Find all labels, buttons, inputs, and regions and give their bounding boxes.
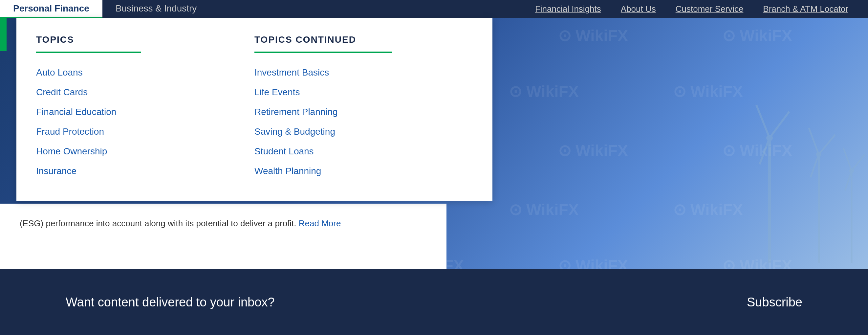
topic-home-ownership[interactable]: Home Ownership bbox=[36, 142, 254, 161]
navbar: Personal Finance Business & Industry Fin… bbox=[0, 0, 868, 18]
topic-fraud-protection[interactable]: Fraud Protection bbox=[36, 122, 254, 142]
article-body-text: (ESG) performance into account along wit… bbox=[20, 218, 297, 228]
svg-line-8 bbox=[819, 135, 835, 154]
financial-insights-link[interactable]: Financial Insights bbox=[535, 4, 601, 14]
topic-financial-education[interactable]: Financial Education bbox=[36, 102, 254, 122]
topic-insurance[interactable]: Insurance bbox=[36, 161, 254, 181]
green-accent bbox=[0, 18, 6, 51]
topic-auto-loans[interactable]: Auto Loans bbox=[36, 63, 254, 83]
footer-banner: Want content delivered to your inbox? Su… bbox=[0, 269, 868, 335]
topic-saving-budgeting[interactable]: Saving & Budgeting bbox=[254, 122, 473, 142]
turbine-illustration bbox=[474, 72, 868, 269]
topics-continued-header: TOPICS CONTINUED bbox=[254, 34, 473, 45]
svg-line-14 bbox=[845, 171, 851, 190]
tab-personal-finance[interactable]: Personal Finance bbox=[0, 0, 102, 18]
topic-life-events[interactable]: Life Events bbox=[254, 83, 473, 102]
topics-header: TOPICS bbox=[36, 34, 254, 45]
about-us-link[interactable]: About Us bbox=[621, 4, 656, 14]
footer-text: Want content delivered to your inbox? bbox=[66, 295, 275, 309]
subscribe-button[interactable]: Subscribe bbox=[747, 295, 802, 309]
topic-wealth-planning[interactable]: Wealth Planning bbox=[254, 161, 473, 181]
svg-line-13 bbox=[851, 154, 865, 171]
dropdown-panel: TOPICS Auto Loans Credit Cards Financial… bbox=[17, 18, 492, 201]
topic-retirement-planning[interactable]: Retirement Planning bbox=[254, 102, 473, 122]
svg-line-12 bbox=[843, 148, 851, 171]
svg-line-3 bbox=[770, 112, 789, 138]
topic-investment-basics[interactable]: Investment Basics bbox=[254, 63, 473, 83]
topics-underline bbox=[36, 52, 141, 53]
branch-atm-link[interactable]: Branch & ATM Locator bbox=[763, 4, 848, 14]
topics-continued-col: TOPICS CONTINUED Investment Basics Life … bbox=[254, 34, 473, 181]
nav-tabs: Personal Finance Business & Industry bbox=[0, 0, 210, 18]
svg-line-7 bbox=[809, 128, 819, 154]
svg-line-4 bbox=[760, 138, 770, 164]
customer-service-link[interactable]: Customer Service bbox=[676, 4, 744, 14]
nav-right: Financial Insights About Us Customer Ser… bbox=[535, 0, 868, 18]
topics-continued-underline bbox=[254, 52, 392, 53]
svg-line-2 bbox=[756, 105, 770, 138]
topics-col: TOPICS Auto Loans Credit Cards Financial… bbox=[36, 34, 254, 181]
article-card: (ESG) performance into account along wit… bbox=[0, 204, 446, 269]
tab-business-industry[interactable]: Business & Industry bbox=[102, 0, 210, 18]
svg-line-9 bbox=[811, 154, 819, 177]
topic-student-loans[interactable]: Student Loans bbox=[254, 142, 473, 161]
read-more-link[interactable]: Read More bbox=[299, 218, 341, 228]
article-text: (ESG) performance into account along wit… bbox=[20, 217, 427, 231]
topic-credit-cards[interactable]: Credit Cards bbox=[36, 83, 254, 102]
